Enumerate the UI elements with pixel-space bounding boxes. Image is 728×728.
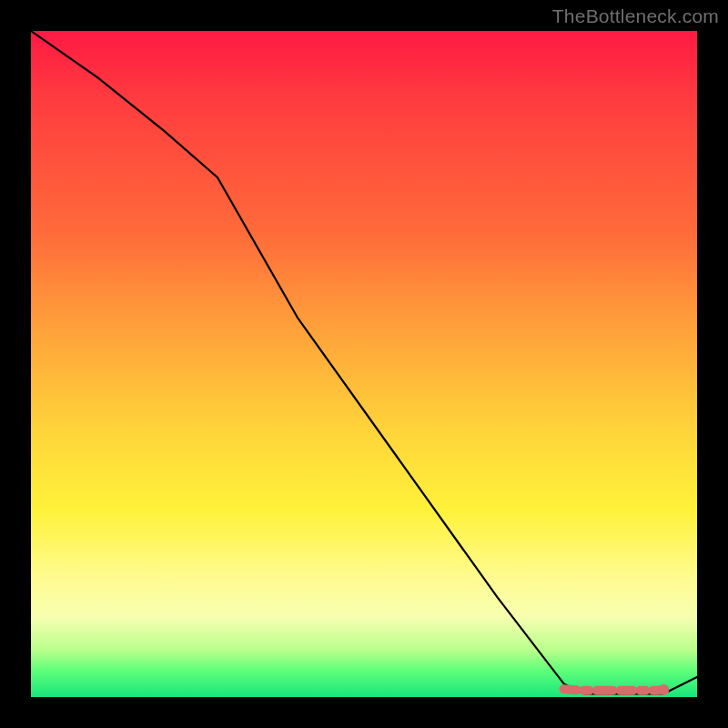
curve-line <box>31 31 697 693</box>
chart-overlay <box>31 31 697 697</box>
chart-frame: TheBottleneck.com <box>0 0 728 728</box>
marker-dot <box>658 684 669 695</box>
marker-band <box>564 689 664 691</box>
plot-area <box>31 31 697 697</box>
watermark-text: TheBottleneck.com <box>552 5 719 27</box>
